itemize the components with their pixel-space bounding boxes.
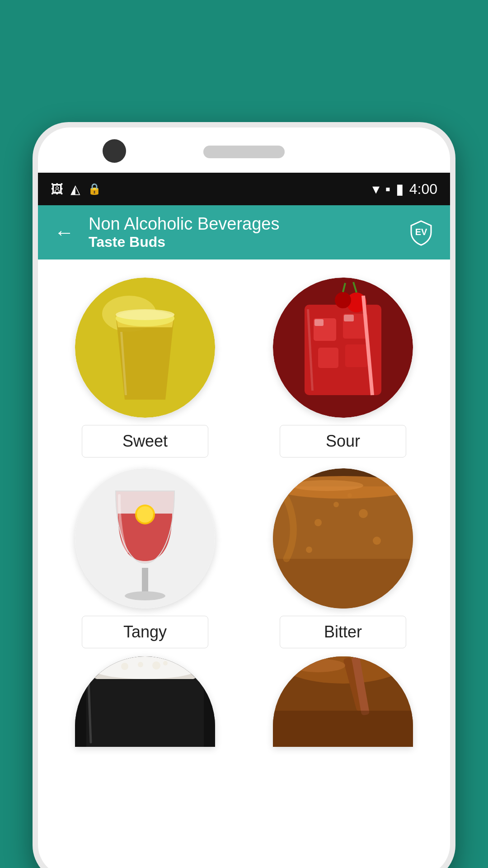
clock: 4:00 xyxy=(409,181,437,198)
category-item-sour[interactable]: Sour xyxy=(249,278,436,458)
svg-rect-12 xyxy=(344,315,354,321)
svg-point-28 xyxy=(359,509,368,518)
app-bar-subtitle: Taste Buds xyxy=(89,234,394,250)
svg-point-16 xyxy=(335,292,351,308)
svg-rect-34 xyxy=(273,559,413,609)
app-bar: ← Non Alcoholic Beverages Taste Buds EV xyxy=(38,205,450,259)
tangy-drink-svg xyxy=(75,468,215,609)
status-bar: 🖼 ◭ 🔒 ▾ ▪ ▮ 4:00 xyxy=(38,173,450,205)
sweet-label: Sweet xyxy=(82,425,208,458)
svg-point-4 xyxy=(116,309,174,320)
svg-point-47 xyxy=(291,659,345,672)
category-item-tangy[interactable]: Tangy xyxy=(52,468,239,648)
status-bar-left: 🖼 ◭ 🔒 xyxy=(51,182,101,197)
back-button[interactable]: ← xyxy=(51,217,78,247)
svg-rect-20 xyxy=(142,568,148,595)
svg-point-38 xyxy=(121,663,128,670)
content-area: Sweet xyxy=(38,259,450,760)
image-icon: 🖼 xyxy=(51,182,63,197)
svg-point-37 xyxy=(91,656,199,679)
category-item-spice[interactable] xyxy=(249,656,436,747)
privacy-icon: 🔒 xyxy=(88,183,101,195)
svg-point-33 xyxy=(291,480,363,491)
tangy-label: Tangy xyxy=(82,616,208,648)
svg-rect-48 xyxy=(273,711,413,747)
spice-drink-svg xyxy=(273,656,413,747)
sour-drink-svg xyxy=(273,278,413,418)
tangy-image xyxy=(75,468,215,609)
svg-rect-11 xyxy=(314,319,324,326)
sweet-image xyxy=(75,278,215,418)
bitter-drink-svg xyxy=(273,468,413,609)
svg-rect-9 xyxy=(318,348,338,368)
bitter-label: Bitter xyxy=(280,616,406,648)
svg-point-23 xyxy=(137,506,153,523)
phone-frame: 🖼 ◭ 🔒 ▾ ▪ ▮ 4:00 ← Non Alcoholic Beverag… xyxy=(33,122,455,868)
svg-rect-10 xyxy=(345,344,368,367)
app-bar-title-main: Non Alcoholic Beverages xyxy=(89,214,394,234)
bottom-row xyxy=(47,656,441,747)
svg-point-40 xyxy=(152,661,160,670)
phone-screen: 🖼 ◭ 🔒 ▾ ▪ ▮ 4:00 ← Non Alcoholic Beverag… xyxy=(38,127,450,868)
svg-point-26 xyxy=(314,519,322,526)
category-item-sweet[interactable]: Sweet xyxy=(52,278,239,458)
svg-text:EV: EV xyxy=(415,227,427,237)
svg-point-41 xyxy=(163,661,168,665)
signal-icon: ▪ xyxy=(385,181,390,198)
phone-speaker xyxy=(203,146,285,158)
category-item-bitter[interactable]: Bitter xyxy=(249,468,436,648)
dark-drink-svg xyxy=(75,656,215,747)
dark-image xyxy=(75,656,215,747)
svg-point-29 xyxy=(306,547,312,553)
category-grid: Sweet xyxy=(47,273,441,653)
svg-point-27 xyxy=(333,502,339,507)
svg-rect-42 xyxy=(86,679,204,747)
phone-camera xyxy=(103,139,126,163)
sour-image xyxy=(273,278,413,418)
sweet-drink-svg xyxy=(75,278,215,418)
app-bar-title: Non Alcoholic Beverages Taste Buds xyxy=(89,214,394,250)
shield-icon: EV xyxy=(408,219,435,246)
spice-image xyxy=(273,656,413,747)
navigation-icon: ◭ xyxy=(70,182,80,197)
sour-label: Sour xyxy=(280,425,406,458)
wifi-icon: ▾ xyxy=(372,180,380,198)
svg-point-21 xyxy=(125,591,165,600)
status-bar-right: ▾ ▪ ▮ 4:00 xyxy=(372,180,437,198)
svg-point-30 xyxy=(373,537,381,545)
category-item-dark[interactable] xyxy=(52,656,239,747)
battery-icon: ▮ xyxy=(396,180,404,198)
svg-point-39 xyxy=(138,662,143,667)
app-bar-icon: EV xyxy=(405,216,437,249)
bitter-image xyxy=(273,468,413,609)
